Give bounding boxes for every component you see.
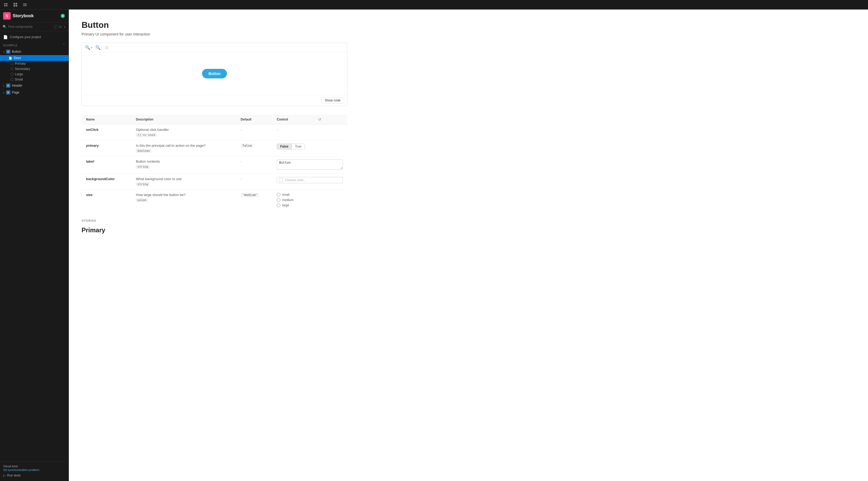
primary-label: Primary xyxy=(15,62,26,65)
prop-default-onclick: - xyxy=(237,124,273,140)
prop-desc-label: Button contents string xyxy=(132,156,237,174)
git-sync-link[interactable]: Git synchronization problem xyxy=(3,468,39,472)
prop-name-onclick: onClick xyxy=(82,124,132,140)
docs-icon: 📄 xyxy=(8,56,12,60)
chevron-right-icon: ▸ xyxy=(3,84,4,87)
nav-group-page: ▸ ⊞ Page xyxy=(0,89,69,96)
col-control: Control ↺ xyxy=(273,115,326,124)
radio-item-large[interactable]: large xyxy=(277,203,343,207)
sidebar-item-primary[interactable]: Primary xyxy=(0,61,69,66)
radio-item-small[interactable]: small xyxy=(277,193,343,197)
chevron-down-icon: ▾ xyxy=(3,50,4,53)
nav-group-button-header[interactable]: ▾ ⊞ Button xyxy=(0,48,69,55)
prop-control-onclick: - xyxy=(273,124,347,140)
large-label: Large xyxy=(15,72,23,76)
grid-large-icon[interactable] xyxy=(13,2,18,7)
svg-rect-6 xyxy=(13,5,15,7)
table-row: onClick Optional click handler () => voi… xyxy=(82,124,347,140)
sidebar-footer: Visual tests Git synchronization problem… xyxy=(0,462,69,481)
bool-true-button[interactable]: True xyxy=(292,144,305,149)
preview-box: 🔍+ 🔍- ⊙ Button Show code xyxy=(82,43,347,106)
bool-false-button[interactable]: False xyxy=(277,144,292,149)
main-layout: S Storybook 🔍 / ⊟ + 📄 Configure your pro… xyxy=(0,9,868,481)
svg-rect-9 xyxy=(23,4,27,5)
configure-label: Configure your project xyxy=(10,35,41,39)
preview-footer: Show code xyxy=(82,95,347,106)
radio-input-large[interactable] xyxy=(277,203,280,207)
section-collapse-icon[interactable]: ⌃ xyxy=(62,43,65,47)
preview-canvas: Button xyxy=(82,53,347,95)
reset-controls-icon[interactable]: ↺ xyxy=(318,117,321,122)
radio-label-large: large xyxy=(282,203,289,207)
button-group-label: Button xyxy=(12,50,21,54)
prop-default-size: 'medium' xyxy=(237,190,273,211)
controls-table: Name Description Default Control ↺ onCli… xyxy=(82,114,347,211)
prop-default-primary: false xyxy=(237,140,273,156)
radio-input-small[interactable] xyxy=(277,193,280,197)
color-control-bgcolor[interactable]: Choose color... xyxy=(277,177,343,183)
story-dot-icon xyxy=(10,67,13,70)
search-bar: 🔍 / ⊟ + xyxy=(0,23,69,31)
svg-rect-5 xyxy=(16,3,17,4)
prop-default-label: - xyxy=(237,156,273,174)
svg-rect-8 xyxy=(23,3,27,4)
boolean-control-primary: False True xyxy=(277,144,343,149)
sidebar-nav: 📄 Configure your project EXAMPLE ⌃ ▾ ⊞ B… xyxy=(0,31,69,462)
sidebar-header: S Storybook xyxy=(0,9,69,23)
nav-group-header: ▸ ⊞ Header xyxy=(0,82,69,89)
page-subtitle: Primary UI component for user interactio… xyxy=(82,32,347,36)
play-icon: ▷ xyxy=(3,474,6,477)
radio-input-medium[interactable] xyxy=(277,198,280,202)
sidebar-item-secondary[interactable]: Secondary xyxy=(0,66,69,71)
prop-desc-onclick: Optional click handler () => void xyxy=(132,124,237,140)
col-default: Default xyxy=(237,115,273,124)
nav-group-page-header[interactable]: ▸ ⊞ Page xyxy=(0,89,69,96)
small-label: Small xyxy=(15,78,23,81)
prop-name-size: size xyxy=(82,190,132,211)
preview-button[interactable]: Button xyxy=(202,69,227,79)
nav-group-header-header[interactable]: ▸ ⊞ Header xyxy=(0,82,69,89)
page-title: Button xyxy=(82,20,347,30)
run-tests-label: Run tests xyxy=(7,474,21,477)
section-label: EXAMPLE ⌃ xyxy=(0,41,69,48)
add-icon[interactable]: + xyxy=(64,25,66,29)
sidebar-toggle-icon[interactable] xyxy=(22,2,28,7)
sidebar: S Storybook 🔍 / ⊟ + 📄 Configure your pro… xyxy=(0,9,69,481)
col-name: Name xyxy=(82,115,132,124)
header-group-label: Header xyxy=(12,84,22,87)
run-tests-button[interactable]: ▷ Run tests xyxy=(3,473,65,478)
radio-item-medium[interactable]: medium xyxy=(277,198,343,202)
search-input[interactable] xyxy=(8,25,53,29)
col-description: Description xyxy=(132,115,237,124)
page-group-icon: ⊞ xyxy=(6,90,10,95)
prop-control-primary: False True xyxy=(273,140,347,156)
app-title: Storybook xyxy=(13,13,34,18)
sidebar-item-large[interactable]: Large xyxy=(0,71,69,77)
addon-icon[interactable] xyxy=(60,13,65,19)
page-group-label: Page xyxy=(12,91,19,94)
configure-item[interactable]: 📄 Configure your project xyxy=(0,33,69,41)
text-control-label[interactable]: Button xyxy=(277,159,343,170)
storybook-logo: S xyxy=(3,12,10,20)
svg-rect-4 xyxy=(13,3,15,4)
radio-control-size: small medium large xyxy=(277,193,343,207)
sidebar-item-small[interactable]: Small xyxy=(0,77,69,82)
zoom-out-icon[interactable]: 🔍- xyxy=(95,45,102,50)
grid-small-icon[interactable] xyxy=(3,2,8,7)
story-dot-icon xyxy=(10,73,13,76)
svg-point-12 xyxy=(62,15,64,17)
zoom-in-icon[interactable]: 🔍+ xyxy=(85,45,93,50)
prop-name-label: label* xyxy=(82,156,132,174)
stories-label: STORIES xyxy=(82,219,347,222)
controls-table-header: Name Description Default Control ↺ xyxy=(82,115,347,124)
filter-icon[interactable]: ⊟ xyxy=(59,25,62,29)
button-group-icon: ⊞ xyxy=(6,50,10,54)
story-dot-icon xyxy=(10,78,13,81)
prop-control-bgcolor: Choose color... xyxy=(273,174,347,190)
sidebar-item-docs[interactable]: 📄 Docs xyxy=(0,55,69,61)
zoom-reset-icon[interactable]: ⊙ xyxy=(105,45,108,50)
show-code-button[interactable]: Show code xyxy=(321,97,344,103)
radio-label-medium: medium xyxy=(282,198,293,202)
controls-table-body: onClick Optional click handler () => voi… xyxy=(82,124,347,211)
top-bar xyxy=(0,0,868,9)
